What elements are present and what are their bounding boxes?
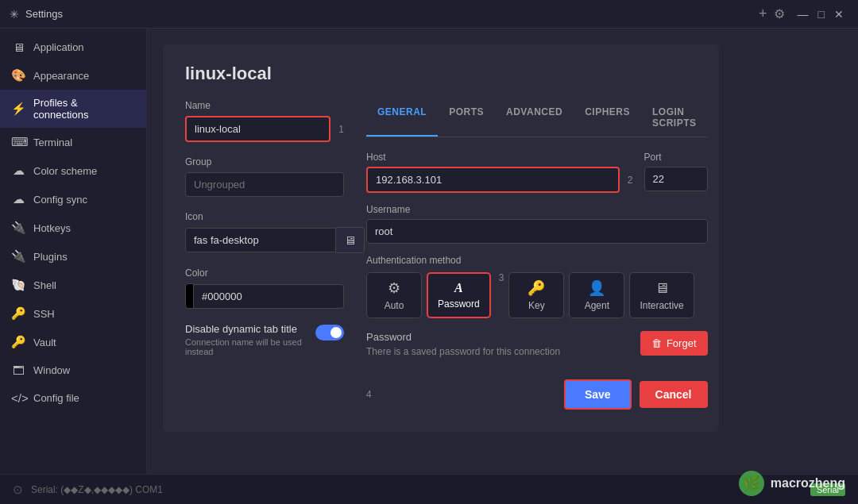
auth-agent-button[interactable]: 👤 Agent <box>569 272 624 318</box>
port-input[interactable] <box>644 167 708 191</box>
plugins-icon: 🔌 <box>11 249 25 264</box>
name-input[interactable] <box>185 116 330 142</box>
dialog-footer: 4 Save Cancel <box>366 379 708 410</box>
tab-login-scripts[interactable]: LOGIN SCRIPTS <box>641 100 708 137</box>
sidebar-label-config-sync: Config sync <box>33 194 87 206</box>
host-port-row: Host 2 Port <box>366 152 708 193</box>
password-section: Password There is a saved password for t… <box>366 331 708 357</box>
auth-key-label: Key <box>528 300 545 311</box>
auto-icon: ⚙ <box>388 279 400 297</box>
app-icon: ✳ <box>10 8 19 21</box>
color-scheme-icon: ☁ <box>11 164 25 178</box>
sidebar-item-plugins[interactable]: 🔌 Plugins <box>0 242 146 271</box>
name-step-label: 1 <box>338 124 344 135</box>
titlebar: ✳ Settings + ⚙ — □ ✕ <box>0 0 858 29</box>
icon-preview-button[interactable]: 🖥 <box>336 227 365 253</box>
new-tab-button[interactable]: + <box>759 6 767 22</box>
icon-input[interactable] <box>185 228 336 252</box>
maximize-button[interactable]: □ <box>814 6 829 22</box>
forget-button[interactable]: 🗑 Forget <box>640 331 708 356</box>
sidebar-item-shell[interactable]: 🐚 Shell <box>0 271 146 299</box>
cancel-button[interactable]: Cancel <box>640 381 708 408</box>
content-area: linux-local Name 1 Group <box>147 29 858 474</box>
sidebar-item-config-file[interactable]: </> Config file <box>0 384 146 412</box>
form-right: GENERAL PORTS ADVANCED CIPHERS LOGIN SCR… <box>366 100 708 410</box>
color-input[interactable] <box>194 284 344 309</box>
group-field: Group <box>185 156 344 197</box>
dialog-title: linux-local <box>185 63 697 84</box>
config-sync-icon: ☁ <box>11 192 25 206</box>
sidebar-label-shell: Shell <box>33 279 56 291</box>
titlebar-title: Settings <box>25 8 759 20</box>
save-button[interactable]: Save <box>564 379 632 410</box>
toggle-field: Disable dynamic tab title Connection nam… <box>185 323 344 356</box>
interactive-icon: 🖥 <box>655 280 669 297</box>
minimize-button[interactable]: — <box>793 6 814 22</box>
password-label: Password <box>366 331 560 343</box>
application-icon: 🖥 <box>11 40 25 54</box>
sidebar-item-vault[interactable]: 🔑 Vault <box>0 328 146 356</box>
auth-auto-button[interactable]: ⚙ Auto <box>366 272 422 318</box>
auth-interactive-button[interactable]: 🖥 Interactive <box>629 272 694 318</box>
sidebar-label-config-file: Config file <box>33 392 79 404</box>
sidebar-item-hotkeys[interactable]: 🔌 Hotkeys <box>0 214 146 242</box>
watermark-text: macrozheng <box>771 476 845 491</box>
sidebar-item-color-scheme[interactable]: ☁ Color scheme <box>0 156 146 185</box>
sidebar-item-terminal[interactable]: ⌨ Terminal <box>0 128 146 156</box>
tabs-bar: GENERAL PORTS ADVANCED CIPHERS LOGIN SCR… <box>366 100 708 137</box>
color-swatch[interactable] <box>185 283 194 309</box>
profiles-icon: ⚡ <box>11 102 25 116</box>
form-left: Name 1 Group Icon 🖥 <box>185 100 344 410</box>
sidebar-item-config-sync[interactable]: ☁ Config sync <box>0 185 146 214</box>
sidebar-item-application[interactable]: 🖥 Application <box>0 33 146 61</box>
config-file-icon: </> <box>11 391 25 405</box>
sidebar-label-window: Window <box>33 364 70 376</box>
username-row: Username <box>366 204 708 244</box>
sidebar: 🖥 Application 🎨 Appearance ⚡ Profiles & … <box>0 29 147 474</box>
auth-key-button[interactable]: 🔑 Key <box>508 272 564 318</box>
statusbar: ⊙ Serial: (◆◆Z◆,◆◆◆◆◆) COM1 Serial <box>0 474 858 504</box>
terminal-icon: ⌨ <box>11 135 25 149</box>
shell-icon: 🐚 <box>11 278 25 292</box>
sidebar-item-appearance[interactable]: 🎨 Appearance <box>0 61 146 90</box>
sidebar-label-hotkeys: Hotkeys <box>33 222 71 234</box>
toggle-title: Disable dynamic tab title <box>185 323 307 335</box>
auth-password-label: Password <box>438 298 480 310</box>
toggle-desc: Connection name will be used instead <box>185 337 307 356</box>
watermark-logo: 🌿 <box>739 471 764 496</box>
tab-advanced[interactable]: ADVANCED <box>495 100 574 137</box>
watermark: 🌿 macrozheng <box>739 471 845 496</box>
close-button[interactable]: ✕ <box>829 6 848 22</box>
name-label: Name <box>185 100 344 111</box>
host-step-label: 2 <box>628 175 633 186</box>
tab-general[interactable]: GENERAL <box>366 100 438 137</box>
forget-icon: 🗑 <box>651 337 662 349</box>
color-row <box>185 283 344 309</box>
auth-agent-label: Agent <box>585 300 609 311</box>
host-label: Host <box>366 152 633 163</box>
auth-label: Authentication method <box>366 255 708 266</box>
sidebar-item-profiles[interactable]: ⚡ Profiles & connections <box>0 90 146 128</box>
auth-password-button[interactable]: A Password <box>427 272 491 318</box>
name-field: Name 1 <box>185 100 344 142</box>
username-input[interactable] <box>366 219 708 244</box>
pw-info: Password There is a saved password for t… <box>366 331 560 357</box>
sidebar-label-terminal: Terminal <box>33 137 72 148</box>
tab-ciphers[interactable]: CIPHERS <box>574 100 641 137</box>
toggle-switch[interactable] <box>315 325 344 340</box>
key-icon: 🔑 <box>528 279 545 297</box>
gear-icon: ⚙ <box>774 6 785 21</box>
tab-ports[interactable]: PORTS <box>438 100 495 137</box>
group-input[interactable] <box>185 172 344 197</box>
auth-methods: ⚙ Auto A Password 3 🔑 Key <box>366 272 708 318</box>
dialog: linux-local Name 1 Group <box>163 44 719 432</box>
sidebar-item-ssh[interactable]: 🔑 SSH <box>0 299 146 328</box>
host-input[interactable] <box>366 167 620 193</box>
username-label: Username <box>366 204 708 215</box>
sidebar-item-window[interactable]: 🗔 Window <box>0 356 146 384</box>
password-desc: There is a saved password for this conne… <box>366 346 560 357</box>
port-label: Port <box>644 152 708 163</box>
host-group: Host 2 <box>366 152 633 193</box>
username-group: Username <box>366 204 708 244</box>
sidebar-label-vault: Vault <box>33 337 56 348</box>
